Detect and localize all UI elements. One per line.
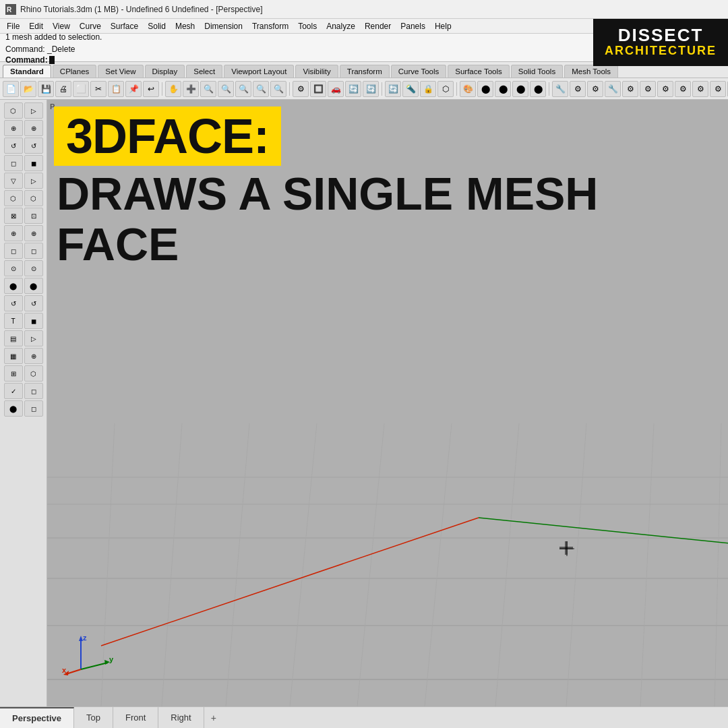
- toolbar-icon-29[interactable]: ⬤: [530, 81, 546, 97]
- toolbar-icon-2[interactable]: 💾: [38, 81, 54, 97]
- toolbar-icon-23[interactable]: 🔒: [420, 81, 436, 97]
- sidebar-icon-10-1[interactable]: ⬤: [24, 278, 43, 294]
- sidebar-icon-8-0[interactable]: ◻: [4, 243, 23, 259]
- sidebar-icon-2-1[interactable]: ↺: [24, 138, 43, 154]
- sidebar-icon-0-1[interactable]: ▷: [24, 102, 43, 119]
- toolbar-icon-15[interactable]: 🔍: [270, 81, 286, 97]
- sidebar-icon-1-0[interactable]: ⊕: [4, 120, 23, 136]
- sidebar-icon-2-0[interactable]: ↺: [4, 138, 23, 154]
- toolbar-icon-28[interactable]: ⬤: [512, 81, 528, 97]
- sidebar-icon-14-0[interactable]: ▦: [4, 348, 23, 364]
- toolbar-icon-34[interactable]: ⚙: [622, 81, 638, 97]
- toolbar-icon-19[interactable]: 🔄: [345, 81, 361, 97]
- left-sidebar: ⬡▷⊕⊕↺↺◻◼▽▷⬡⬡⊠⊡⊕⊕◻◻⊙⊙⬤⬤↺↺T◼▤▷▦⊕⊞⬡✓◻⬤◻: [0, 100, 47, 706]
- toolbar-icon-32[interactable]: ⚙: [587, 81, 603, 97]
- toolbar-icon-11[interactable]: 🔍: [200, 81, 216, 97]
- sidebar-icon-6-1[interactable]: ⊡: [24, 208, 43, 224]
- toolbar-tab-visibility[interactable]: Visibility: [295, 65, 338, 78]
- sidebar-icon-16-0[interactable]: ✓: [4, 383, 23, 399]
- sidebar-icon-17-0[interactable]: ⬤: [4, 400, 23, 417]
- sidebar-icon-9-0[interactable]: ⊙: [4, 260, 23, 276]
- toolbar-icon-37[interactable]: ⚙: [675, 81, 691, 97]
- toolbar-icon-6[interactable]: 📋: [108, 81, 124, 97]
- sidebar-icon-8-1[interactable]: ◻: [24, 243, 43, 259]
- window-title: Rhino Tutorials.3dm (1 MB) - Undefined 6…: [20, 5, 263, 14]
- svg-text:R: R: [7, 6, 12, 13]
- sidebar-icon-3-0[interactable]: ◻: [4, 155, 23, 171]
- toolbar-icon-13[interactable]: 🔍: [235, 81, 251, 97]
- toolbar-icon-8[interactable]: ↩: [143, 81, 159, 97]
- toolbar-tab-select[interactable]: Select: [186, 65, 222, 78]
- sidebar-icon-13-0[interactable]: ▤: [4, 330, 23, 346]
- toolbar-tab-transform[interactable]: Transform: [340, 65, 390, 78]
- toolbar-icon-20[interactable]: 🔄: [363, 81, 379, 97]
- title-bar: R Rhino Tutorials.3dm (1 MB) - Undefined…: [0, 0, 728, 19]
- toolbar-tab-set-view[interactable]: Set View: [98, 65, 143, 78]
- sidebar-icon-9-1[interactable]: ⊙: [24, 260, 43, 276]
- toolbar-tab-standard[interactable]: Standard: [3, 65, 51, 78]
- toolbar-tab-mesh-tools[interactable]: Mesh Tools: [564, 65, 618, 78]
- sidebar-icon-4-1[interactable]: ▷: [24, 173, 43, 189]
- toolbar-icon-10[interactable]: ➕: [183, 81, 199, 97]
- toolbar-tab-viewport-layout[interactable]: Viewport Layout: [224, 65, 294, 78]
- sidebar-icon-12-0[interactable]: T: [4, 313, 23, 329]
- toolbar-icon-35[interactable]: ⚙: [640, 81, 656, 97]
- toolbar-tab-solid-tools[interactable]: Solid Tools: [511, 65, 563, 78]
- bottom-tab-right[interactable]: Right: [158, 707, 204, 728]
- sidebar-icon-14-1[interactable]: ⊕: [24, 348, 43, 364]
- heading-box: 3DFACE:: [54, 107, 281, 166]
- toolbar-icon-7[interactable]: 📌: [125, 81, 142, 97]
- bottom-tab-front[interactable]: Front: [113, 707, 158, 728]
- toolbar-icon-38[interactable]: ⚙: [692, 81, 708, 97]
- sidebar-icon-13-1[interactable]: ▷: [24, 330, 43, 346]
- sidebar-icon-5-0[interactable]: ⬡: [4, 190, 23, 206]
- sidebar-icon-16-1[interactable]: ◻: [24, 383, 43, 399]
- toolbar-icon-1[interactable]: 📂: [20, 81, 36, 97]
- toolbar-icon-14[interactable]: 🔍: [253, 81, 269, 97]
- toolbar-icon-25[interactable]: 🎨: [460, 81, 476, 97]
- toolbar-icon-3[interactable]: 🖨: [55, 81, 71, 97]
- toolbar-icon-31[interactable]: ⚙: [570, 81, 586, 97]
- toolbar-icon-4[interactable]: ⬜: [73, 81, 89, 97]
- toolbar-icon-12[interactable]: 🔍: [218, 81, 234, 97]
- sidebar-icon-4-0[interactable]: ▽: [4, 173, 23, 189]
- sidebar-icon-11-0[interactable]: ↺: [4, 295, 23, 311]
- add-viewport-button[interactable]: +: [204, 708, 223, 727]
- brand-line1: DISSECT: [618, 26, 704, 44]
- sidebar-icon-3-1[interactable]: ◼: [24, 155, 43, 171]
- toolbar-icon-27[interactable]: ⬤: [495, 81, 511, 97]
- toolbar-icon-21[interactable]: 🔄: [385, 81, 401, 97]
- sidebar-icon-5-1[interactable]: ⬡: [24, 190, 43, 206]
- toolbar-icon-30[interactable]: 🔧: [552, 81, 568, 97]
- sidebar-icon-0-0[interactable]: ⬡: [4, 102, 23, 119]
- toolbar-icon-22[interactable]: 🔦: [402, 81, 419, 97]
- toolbar-icon-0[interactable]: 📄: [3, 81, 19, 97]
- toolbar-icon-5[interactable]: ✂: [90, 81, 107, 97]
- bottom-tab-perspective[interactable]: Perspective: [0, 707, 74, 728]
- sidebar-icon-12-1[interactable]: ◼: [24, 313, 43, 329]
- toolbar-icon-39[interactable]: ⚙: [710, 81, 726, 97]
- sidebar-icon-17-1[interactable]: ◻: [24, 400, 43, 417]
- toolbar-icon-36[interactable]: ⚙: [657, 81, 673, 97]
- toolbar-tab-display[interactable]: Display: [145, 65, 185, 78]
- sidebar-icon-7-1[interactable]: ⊕: [24, 225, 43, 241]
- toolbar-icon-33[interactable]: 🔧: [605, 81, 621, 97]
- sidebar-icon-6-0[interactable]: ⊠: [4, 208, 23, 224]
- sidebar-icon-10-0[interactable]: ⬤: [4, 278, 23, 294]
- sidebar-icon-1-1[interactable]: ⊕: [24, 120, 43, 136]
- toolbar-icon-16[interactable]: ⚙: [293, 81, 309, 97]
- sidebar-icon-15-1[interactable]: ⬡: [24, 365, 43, 382]
- toolbar-icon-18[interactable]: 🚗: [328, 81, 344, 97]
- bottom-tab-top[interactable]: Top: [74, 707, 113, 728]
- toolbar-icon-17[interactable]: 🔲: [310, 81, 326, 97]
- sidebar-icon-11-1[interactable]: ↺: [24, 295, 43, 311]
- sidebar-icon-15-0[interactable]: ⊞: [4, 365, 23, 382]
- viewport-perspective[interactable]: P: [47, 100, 728, 706]
- toolbar-tab-curve-tools[interactable]: Curve Tools: [391, 65, 447, 78]
- sidebar-icon-7-0[interactable]: ⊕: [4, 225, 23, 241]
- toolbar-icon-24[interactable]: ⬡: [437, 81, 454, 97]
- toolbar-icon-26[interactable]: ⬤: [477, 81, 493, 97]
- toolbar-tab-surface-tools[interactable]: Surface Tools: [448, 65, 509, 78]
- toolbar-icon-9[interactable]: ✋: [165, 81, 181, 97]
- toolbar-tab-cplanes[interactable]: CPlanes: [53, 65, 96, 78]
